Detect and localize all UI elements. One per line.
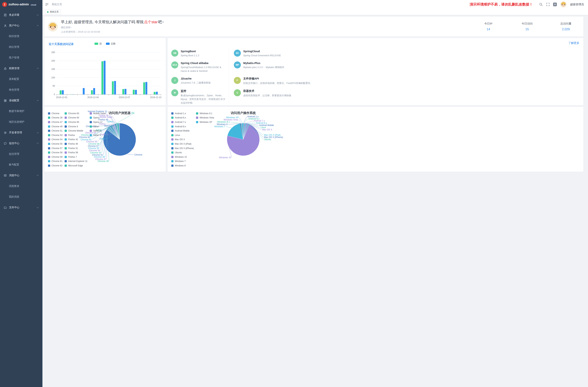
legend-item[interactable]: Android 1.x [171,111,194,116]
sidebar-subitem-6-1[interactable]: 我的消息 [0,191,42,194]
sidebar-item-5[interactable]: 短信中心 [0,138,42,149]
legend-item[interactable]: Opera 12 [90,120,106,124]
legend-item[interactable]: Android 8.x [171,124,194,129]
tab-active-dot [47,11,48,13]
legend-item[interactable]: Windows XP [196,120,214,124]
legend-item[interactable]: Windows 7 [171,159,194,164]
legend-label: Firefox [68,134,75,137]
legend-label: Chrome 8 [68,125,78,128]
legend-label: Windows 8 [175,164,186,167]
app-title: zuihou-admin [8,2,29,6]
header: 系统主页 演示环境维护不易，请勿乱删乱改数据！ A 超级管理员 [42,0,294,9]
legend-item[interactable]: Linux [171,133,194,137]
tech-desc: 虚拟化容器技术，让迁移、部署更加方便快捷 [243,94,291,97]
legend-item[interactable]: Firefox 56 [64,150,87,155]
legend-item[interactable]: Firefox 45 [64,142,87,146]
legend-item[interactable]: Chrome 57 [48,146,62,150]
legend-item[interactable]: Safari 11 [90,129,106,133]
legend-item[interactable]: Firefox 51 [64,146,87,150]
legend-item[interactable]: Firefox 42 [64,137,87,142]
legend-item[interactable]: Chrome 62 [48,163,62,168]
legend-item[interactable]: Chrome 64 [64,116,87,120]
legend-item[interactable]: Windows 8 [171,163,194,168]
sidebar-item-3[interactable]: 基础配置 [0,95,42,106]
svg-text:2019-12-01: 2019-12-01 [56,96,67,99]
legend-swatch [48,121,50,123]
legend-item[interactable]: Chrome 8 [64,124,87,129]
sidebar-subitem-2-1[interactable]: 角色管理 [0,84,42,95]
legend-item[interactable]: Chrome 53 [48,133,62,137]
legend-label: Opera 12 [93,121,103,123]
legend-item[interactable]: Chrome 49 [48,124,62,129]
visits-bar-chart[interactable]: 0501001502002502019-12-012019-12-042019-… [44,38,166,105]
legend-item[interactable]: Firefox 7 [64,155,87,159]
legend-swatch [90,125,92,128]
legend-swatch [171,160,173,162]
legend-label: Chrome 55 [51,143,62,145]
legend-item[interactable]: Android 7.x [171,120,194,124]
logo-icon: Z [2,2,7,7]
legend-item[interactable]: Chrome Mobile [64,129,87,133]
legend-item[interactable]: Chrome 63 [64,111,87,116]
app-logo[interactable]: Z zuihou-admin cloud [0,0,42,9]
legend-item[interactable]: Mac OS X (iPad) [171,142,194,146]
tech-item-1: SCSpringCloudSpring Cloud Greenwich.RELE… [229,48,294,60]
legend-item[interactable]: Android 6.x [171,116,194,120]
sidebar-item-2[interactable]: 权限管理 [0,63,42,74]
legend-item[interactable]: Chrome 51 [48,129,62,133]
sidebar-item-6[interactable]: 消息中心 [0,170,42,181]
sidebar-collapse-icon[interactable] [45,2,49,6]
legend-item[interactable]: Chrome 59 [48,155,62,159]
legend-item[interactable]: Chrome [48,111,62,116]
legend-item[interactable]: Mobile Safari [90,111,106,116]
legend-item[interactable]: Safari [90,124,106,129]
legend-item[interactable]: Chrome 58 [48,150,62,155]
sidebar-subitem-1-0[interactable]: 组织管理 [0,31,42,42]
svg-text:Chrome: Chrome [134,153,142,156]
legend-swatch [64,138,67,141]
legend-item[interactable]: Microsoft Edge [64,163,87,168]
sidebar-subitem-5-0[interactable]: 短信管理 [0,149,42,159]
legend-item[interactable]: Chrome 26 [48,116,62,120]
sidebar-item-1[interactable]: 用户中心 [0,20,42,31]
legend-item[interactable]: Windows 10 [171,155,194,159]
legend-item[interactable]: Chrome 47 [48,120,62,124]
legend-item[interactable]: Ubuntu [171,150,194,155]
legend-item[interactable]: Mac OS X (iPhone) [171,146,194,150]
legend-item[interactable]: Opera [90,116,106,120]
sidebar-menu: 务必详看用户中心组织管理岗位管理用户管理权限管理菜单配置角色管理基础配置数据字典… [0,9,42,194]
legend-item[interactable]: Chrome 65 [64,120,87,124]
legend-label: Chrome 54 [51,138,62,141]
legend-item[interactable]: Mac OS X [171,137,194,142]
tech-title: 容器技术 [243,89,291,93]
legend-swatch [64,164,67,167]
legend-item[interactable]: Chrome 54 [48,137,62,142]
legend-item[interactable]: Safari 9 [90,133,106,137]
sidebar-subitem-3-1[interactable]: 地区信息维护 [0,117,42,127]
sidebar-subitem-1-1[interactable]: 岗位管理 [0,42,42,52]
legend-item[interactable]: Windows 8.1 [196,111,214,116]
legend-item[interactable]: Chrome 61 [48,159,62,164]
sidebar-subitem-1-2[interactable]: 用户管理 [0,52,42,63]
sidebar-subitem-5-1[interactable]: 账号配置 [0,159,42,170]
sidebar-subitem-3-0[interactable]: 数据字典维护 [0,106,42,117]
legend-item[interactable]: Chrome 55 [48,142,62,146]
tab-home[interactable]: 系统主页 [45,10,61,14]
os-chart-title: 访问用户操作系统 [230,111,256,115]
legend-item[interactable]: Windows Vista [196,116,214,120]
legend-label: Linux [175,134,180,137]
sidebar-item-0[interactable]: 务必详看 [0,10,42,20]
tech-badge: F [234,77,241,84]
svg-text:Mac OS X: Mac OS X [262,128,272,131]
sidebar-subitem-2-0[interactable]: 菜单配置 [0,74,42,84]
last-login-time: 2019-12-10 10:03:08 [78,30,100,33]
legend-item[interactable]: Firefox [64,133,87,137]
legend-item[interactable]: Android Mobile [171,129,194,133]
sidebar-subitem-6-0[interactable]: 消息推送 [0,181,42,191]
star-link[interactable]: 点个star [144,20,158,24]
sidebar-item-4[interactable]: 开发者管理 [0,127,42,138]
legend-label: Safari 11 [93,129,102,132]
legend-label: Chrome 62 [51,164,62,167]
legend-swatch [171,125,173,128]
legend-item[interactable]: Internet Explorer 11 [64,159,87,164]
